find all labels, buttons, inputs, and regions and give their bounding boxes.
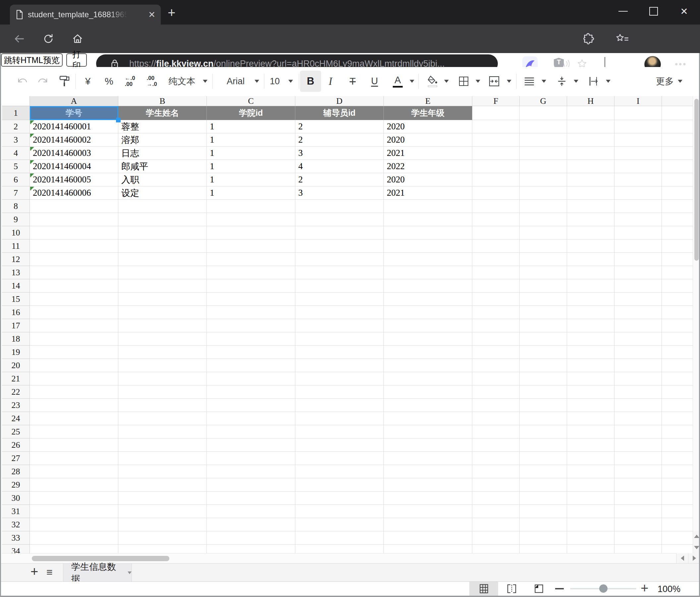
row-header-27[interactable]: 27 (2, 452, 30, 465)
row-header-10[interactable]: 10 (2, 226, 30, 239)
row-header-24[interactable]: 24 (2, 412, 30, 425)
cell-A18[interactable] (30, 332, 118, 345)
cell-J24[interactable] (662, 412, 693, 425)
cell-E9[interactable] (384, 213, 472, 226)
cell-D17[interactable] (295, 319, 384, 332)
cell-J3[interactable] (662, 133, 693, 147)
cell-H17[interactable] (567, 319, 615, 332)
cell-J33[interactable] (662, 531, 693, 545)
cell-J2[interactable] (662, 120, 693, 133)
cell-A4[interactable]: 2020141460003 (30, 147, 118, 160)
cell-I24[interactable] (615, 412, 662, 425)
cell-B27[interactable] (118, 452, 207, 465)
cell-D8[interactable] (295, 200, 384, 213)
cell-A1[interactable]: 学号 (30, 106, 118, 120)
horizontal-align-icon[interactable] (524, 77, 534, 86)
cell-E2[interactable]: 2020 (384, 120, 472, 133)
cell-C2[interactable]: 1 (207, 120, 295, 133)
cell-F7[interactable] (472, 186, 520, 200)
cell-F8[interactable] (472, 200, 520, 213)
cell-H13[interactable] (567, 266, 615, 279)
column-header-H[interactable]: H (567, 96, 615, 106)
cell-C4[interactable]: 1 (207, 147, 295, 160)
cell-I8[interactable] (615, 200, 662, 213)
cell-C30[interactable] (207, 492, 295, 505)
cell-I14[interactable] (615, 279, 662, 292)
cell-C8[interactable] (207, 200, 295, 213)
chevron-down-icon[interactable] (606, 80, 610, 83)
cell-B32[interactable] (118, 518, 207, 531)
cell-G30[interactable] (520, 492, 567, 505)
cell-G14[interactable] (520, 279, 567, 292)
cell-H8[interactable] (567, 200, 615, 213)
cell-C1[interactable]: 学院id (207, 106, 295, 120)
row-header-29[interactable]: 29 (2, 478, 30, 492)
cell-B30[interactable] (118, 492, 207, 505)
cell-F22[interactable] (472, 385, 520, 399)
cell-G33[interactable] (520, 531, 567, 545)
cell-D9[interactable] (295, 213, 384, 226)
chevron-down-icon[interactable] (507, 80, 511, 83)
cell-A19[interactable] (30, 345, 118, 359)
cell-E4[interactable]: 2021 (384, 147, 472, 160)
cell-H11[interactable] (567, 239, 615, 253)
page-layout-view-button[interactable] (530, 582, 548, 596)
cell-A15[interactable] (30, 292, 118, 306)
cell-J5[interactable] (662, 160, 693, 173)
row-header-34[interactable]: 34 (2, 545, 30, 553)
cell-G24[interactable] (520, 412, 567, 425)
undo-icon[interactable] (17, 76, 28, 86)
cell-C7[interactable]: 1 (207, 186, 295, 200)
cell-C31[interactable] (207, 505, 295, 518)
cell-C27[interactable] (207, 452, 295, 465)
back-icon[interactable] (14, 33, 25, 44)
cell-B26[interactable] (118, 438, 207, 452)
cell-G9[interactable] (520, 213, 567, 226)
cell-D24[interactable] (295, 412, 384, 425)
cell-G20[interactable] (520, 359, 567, 372)
cell-E19[interactable] (384, 345, 472, 359)
cell-G19[interactable] (520, 345, 567, 359)
cell-E23[interactable] (384, 399, 472, 412)
cell-F20[interactable] (472, 359, 520, 372)
cell-B5[interactable]: 郎咸平 (118, 160, 207, 173)
cell-J30[interactable] (662, 492, 693, 505)
new-tab-icon[interactable]: + (168, 6, 175, 19)
cell-E1[interactable]: 学生年级 (384, 106, 472, 120)
chevron-down-icon[interactable] (574, 80, 578, 83)
row-header-21[interactable]: 21 (2, 372, 30, 385)
cell-A30[interactable] (30, 492, 118, 505)
cell-F5[interactable] (472, 160, 520, 173)
cell-D3[interactable]: 2 (295, 133, 384, 147)
cell-F2[interactable] (472, 120, 520, 133)
cell-D33[interactable] (295, 531, 384, 545)
cell-I32[interactable] (615, 518, 662, 531)
cell-H12[interactable] (567, 253, 615, 266)
row-header-9[interactable]: 9 (2, 213, 30, 226)
cell-D14[interactable] (295, 279, 384, 292)
chevron-down-icon[interactable] (410, 80, 414, 83)
cell-E5[interactable]: 2022 (384, 160, 472, 173)
cell-B9[interactable] (118, 213, 207, 226)
add-sheet-icon[interactable]: + (30, 564, 38, 579)
cell-H33[interactable] (567, 531, 615, 545)
cell-J17[interactable] (662, 319, 693, 332)
select-all-corner[interactable] (2, 96, 30, 106)
underline-button[interactable]: U (371, 76, 378, 87)
cell-B33[interactable] (118, 531, 207, 545)
cell-H2[interactable] (567, 120, 615, 133)
cell-D6[interactable]: 2 (295, 173, 384, 186)
cell-B3[interactable]: 溶郑 (118, 133, 207, 147)
cell-F34[interactable] (472, 545, 520, 553)
cell-C32[interactable] (207, 518, 295, 531)
cell-I12[interactable] (615, 253, 662, 266)
sheet-tab-active[interactable]: 学生信息数据 (63, 564, 132, 582)
cell-C5[interactable]: 1 (207, 160, 295, 173)
cell-D4[interactable]: 3 (295, 147, 384, 160)
cell-J7[interactable] (662, 186, 693, 200)
cell-F9[interactable] (472, 213, 520, 226)
cell-H18[interactable] (567, 332, 615, 345)
cell-E7[interactable]: 2021 (384, 186, 472, 200)
cell-G5[interactable] (520, 160, 567, 173)
row-header-7[interactable]: 7 (2, 186, 30, 200)
